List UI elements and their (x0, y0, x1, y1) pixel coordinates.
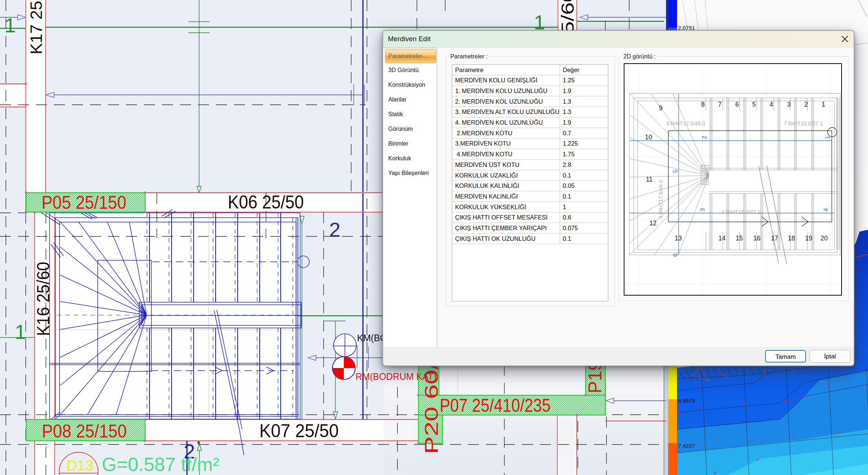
svg-text:2.MERDİVEN KOTU: 2.MERDİVEN KOTU (455, 130, 512, 136)
svg-text:1.9: 1.9 (563, 88, 571, 94)
svg-text:1.3: 1.3 (563, 108, 571, 115)
svg-text:3. MERDİVEN ALT KOLU UZUNLUĞU: 3. MERDİVEN ALT KOLU UZUNLUĞU (455, 108, 559, 115)
svg-text:0.1: 0.1 (563, 172, 571, 179)
svg-text:15: 15 (736, 235, 743, 242)
svg-text:4. MERDİVEN KOL UZUNLUĞU: 4. MERDİVEN KOL UZUNLUĞU (455, 119, 543, 126)
svg-text:2.8: 2.8 (563, 161, 571, 168)
svg-text:1: 1 (822, 101, 825, 108)
svg-text:G=0.587 tf/m²: G=0.587 tf/m² (102, 454, 219, 475)
svg-text:Parametre: Parametre (455, 67, 483, 73)
svg-text:5: 5 (752, 101, 756, 108)
svg-text:0.6: 0.6 (563, 214, 571, 221)
svg-text:11: 11 (646, 176, 652, 183)
svg-text:16: 16 (753, 235, 760, 242)
svg-text:8: 8 (701, 101, 705, 108)
svg-text:P07 25/410/235: P07 25/410/235 (440, 395, 551, 416)
svg-text:7: 7 (718, 101, 722, 108)
svg-text:Değer: Değer (563, 67, 579, 73)
svg-text:1.225: 1.225 (563, 140, 578, 147)
svg-text:D13: D13 (66, 457, 93, 474)
svg-text:7 RIHT15.0/27.1: 7 RIHT15.0/27.1 (721, 209, 760, 215)
svg-text:3 RIHT17.5/45.0: 3 RIHT17.5/45.0 (666, 121, 705, 126)
svg-text:0.05: 0.05 (563, 182, 575, 189)
svg-text:K17 25: K17 25 (27, 1, 45, 54)
svg-text:MERDİVEN KOLU GENİŞLİĞİ: MERDİVEN KOLU GENİŞLİĞİ (455, 77, 537, 83)
svg-text:P05 25/150: P05 25/150 (42, 192, 126, 213)
svg-text:3: 3 (699, 208, 706, 211)
svg-text:1.75: 1.75 (563, 151, 575, 157)
svg-text:K07 25/50: K07 25/50 (259, 421, 339, 441)
svg-text:7 RIHT10.0/27.1: 7 RIHT10.0/27.1 (784, 121, 823, 126)
svg-text:1.3: 1.3 (563, 98, 571, 105)
svg-text:1: 1 (15, 320, 26, 343)
svg-text:K16 25/60: K16 25/60 (33, 262, 53, 336)
svg-text:3.MERDİVEN KOTU: 3.MERDİVEN KOTU (455, 140, 511, 147)
svg-text:1. MERDİVEN KOLU UZUNLUĞU: 1. MERDİVEN KOLU UZUNLUĞU (455, 88, 547, 94)
svg-text:18: 18 (788, 235, 795, 242)
svg-text:7.4227: 7.4227 (678, 443, 695, 449)
svg-text:1.9: 1.9 (563, 119, 571, 126)
svg-text:ÇIKIŞ HATTI OFFSET MESAFESİ: ÇIKIŞ HATTI OFFSET MESAFESİ (455, 214, 548, 221)
svg-text:2: 2 (804, 101, 808, 108)
svg-text:0.075: 0.075 (563, 225, 578, 231)
svg-text:13: 13 (675, 235, 682, 242)
svg-text:2: 2 (701, 136, 708, 139)
svg-text:4: 4 (822, 208, 829, 211)
svg-text:KORKULUK YÜKSEKLİĞİ: KORKULUK YÜKSEKLİĞİ (455, 204, 526, 210)
svg-text:0.1: 0.1 (563, 235, 571, 242)
svg-text:MERDİVEN KALINLIĞI: MERDİVEN KALINLIĞI (455, 193, 518, 200)
svg-text:6.8879: 6.8879 (678, 397, 695, 404)
svg-text:10: 10 (645, 133, 652, 141)
svg-text:19: 19 (805, 235, 812, 242)
svg-text:0.7: 0.7 (563, 130, 571, 136)
svg-text:3 RIHT17.5/45.0: 3 RIHT17.5/45.0 (658, 180, 664, 219)
svg-text:6: 6 (672, 253, 679, 257)
svg-text:5/60: 5/60 (558, 0, 577, 34)
svg-text:MERDİVEN ÜST KOTU: MERDİVEN ÜST KOTU (455, 161, 519, 168)
svg-text:12: 12 (649, 219, 656, 227)
svg-text:RM(BODRUM KAT): RM(BODRUM KAT) (356, 371, 436, 382)
svg-text:ÇIKIŞ HATTI OK UZUNLUĞU: ÇIKIŞ HATTI OK UZUNLUĞU (455, 235, 536, 242)
svg-text:1.25: 1.25 (563, 77, 575, 83)
svg-text:1: 1 (563, 204, 566, 210)
svg-text:4: 4 (770, 101, 773, 108)
svg-text:2: 2 (329, 218, 341, 241)
svg-text:3: 3 (787, 101, 791, 108)
svg-text:5: 5 (672, 169, 679, 173)
svg-text:17: 17 (771, 235, 778, 242)
svg-text:0.1: 0.1 (563, 193, 571, 200)
svg-text:1: 1 (824, 136, 831, 139)
svg-text:6: 6 (735, 101, 739, 108)
svg-text:4.MERDİVEN KOTU: 4.MERDİVEN KOTU (455, 151, 512, 157)
svg-text:KORKULUK KALINLIĞI: KORKULUK KALINLIĞI (455, 182, 519, 189)
svg-text:20: 20 (821, 235, 828, 242)
svg-text:2. MERDİVEN KOL UZUNLUĞU: 2. MERDİVEN KOL UZUNLUĞU (455, 98, 543, 105)
svg-text:14: 14 (718, 235, 726, 242)
svg-text:K06 25/50: K06 25/50 (228, 192, 304, 213)
svg-text:KORKULUK UZAKLIĞI: KORKULUK UZAKLIĞI (455, 172, 518, 179)
svg-text:9: 9 (659, 104, 663, 112)
svg-text:ÇIKIŞ HATTI ÇEMBER YARIÇAPI: ÇIKIŞ HATTI ÇEMBER YARIÇAPI (455, 225, 547, 231)
svg-text:P08 25/150: P08 25/150 (42, 421, 127, 442)
